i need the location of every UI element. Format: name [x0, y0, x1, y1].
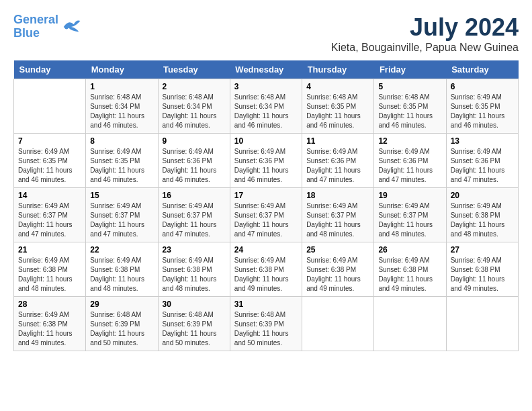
day-number: 28: [18, 300, 81, 309]
day-info: Sunrise: 6:49 AMSunset: 6:37 PMDaylight:…: [234, 201, 298, 239]
day-info: Sunrise: 6:49 AMSunset: 6:37 PMDaylight:…: [18, 201, 81, 239]
day-info: Sunrise: 6:49 AMSunset: 6:38 PMDaylight:…: [163, 256, 226, 293]
calendar-cell: 29Sunrise: 6:48 AMSunset: 6:39 PMDayligh…: [86, 297, 158, 351]
calendar-week-row: 7Sunrise: 6:49 AMSunset: 6:35 PMDaylight…: [14, 134, 519, 188]
day-info: Sunrise: 6:49 AMSunset: 6:36 PMDaylight:…: [451, 147, 514, 185]
day-number: 10: [234, 136, 298, 146]
calendar-cell: 30Sunrise: 6:48 AMSunset: 6:39 PMDayligh…: [158, 297, 230, 351]
calendar-cell: 4Sunrise: 6:48 AMSunset: 6:35 PMDaylight…: [302, 79, 374, 134]
calendar-cell: 18Sunrise: 6:49 AMSunset: 6:37 PMDayligh…: [302, 188, 374, 242]
day-number: 23: [163, 245, 226, 255]
calendar-cell: 11Sunrise: 6:49 AMSunset: 6:36 PMDayligh…: [302, 134, 374, 188]
day-info: Sunrise: 6:48 AMSunset: 6:39 PMDaylight:…: [163, 310, 226, 348]
day-number: 2: [163, 82, 226, 91]
calendar-cell: 8Sunrise: 6:49 AMSunset: 6:35 PMDaylight…: [86, 134, 158, 188]
calendar-cell: 19Sunrise: 6:49 AMSunset: 6:37 PMDayligh…: [374, 188, 446, 242]
day-number: 5: [378, 82, 441, 91]
day-number: 16: [163, 191, 226, 200]
day-number: 22: [90, 245, 153, 255]
calendar-week-row: 28Sunrise: 6:49 AMSunset: 6:38 PMDayligh…: [14, 297, 519, 351]
calendar-cell: [302, 297, 374, 351]
calendar-cell: 22Sunrise: 6:49 AMSunset: 6:38 PMDayligh…: [86, 242, 158, 297]
calendar-cell: 1Sunrise: 6:48 AMSunset: 6:34 PMDaylight…: [86, 79, 158, 134]
calendar-cell: 14Sunrise: 6:49 AMSunset: 6:37 PMDayligh…: [14, 188, 86, 242]
day-number: 6: [451, 82, 514, 91]
calendar-cell: [14, 79, 86, 134]
calendar-cell: 31Sunrise: 6:48 AMSunset: 6:39 PMDayligh…: [230, 297, 302, 351]
day-number: 20: [451, 191, 514, 200]
day-number: 18: [306, 191, 369, 200]
day-info: Sunrise: 6:48 AMSunset: 6:34 PMDaylight:…: [90, 93, 153, 130]
calendar-cell: 3Sunrise: 6:48 AMSunset: 6:34 PMDaylight…: [230, 79, 302, 134]
column-header-thursday: Thursday: [302, 60, 374, 79]
column-header-friday: Friday: [374, 60, 446, 79]
day-info: Sunrise: 6:48 AMSunset: 6:34 PMDaylight:…: [163, 93, 226, 130]
column-header-saturday: Saturday: [446, 60, 518, 79]
day-info: Sunrise: 6:49 AMSunset: 6:38 PMDaylight:…: [18, 256, 81, 293]
day-info: Sunrise: 6:49 AMSunset: 6:37 PMDaylight:…: [90, 201, 153, 239]
day-number: 11: [306, 136, 369, 146]
day-info: Sunrise: 6:49 AMSunset: 6:38 PMDaylight:…: [90, 256, 153, 293]
day-info: Sunrise: 6:49 AMSunset: 6:37 PMDaylight:…: [378, 201, 441, 239]
day-info: Sunrise: 6:49 AMSunset: 6:37 PMDaylight:…: [163, 201, 226, 239]
day-info: Sunrise: 6:49 AMSunset: 6:35 PMDaylight:…: [90, 147, 153, 185]
calendar-cell: 16Sunrise: 6:49 AMSunset: 6:37 PMDayligh…: [158, 188, 230, 242]
day-info: Sunrise: 6:49 AMSunset: 6:35 PMDaylight:…: [451, 93, 514, 130]
calendar-cell: 20Sunrise: 6:49 AMSunset: 6:38 PMDayligh…: [446, 188, 518, 242]
day-info: Sunrise: 6:49 AMSunset: 6:36 PMDaylight:…: [378, 147, 441, 185]
day-info: Sunrise: 6:48 AMSunset: 6:39 PMDaylight:…: [234, 310, 298, 348]
calendar-cell: 24Sunrise: 6:49 AMSunset: 6:38 PMDayligh…: [230, 242, 302, 297]
main-title: July 2024: [331, 13, 519, 42]
logo-text: GeneralBlue: [13, 13, 58, 40]
calendar-cell: 17Sunrise: 6:49 AMSunset: 6:37 PMDayligh…: [230, 188, 302, 242]
day-info: Sunrise: 6:49 AMSunset: 6:38 PMDaylight:…: [306, 256, 369, 293]
calendar-cell: 13Sunrise: 6:49 AMSunset: 6:36 PMDayligh…: [446, 134, 518, 188]
column-header-monday: Monday: [86, 60, 158, 79]
calendar-cell: 21Sunrise: 6:49 AMSunset: 6:38 PMDayligh…: [14, 242, 86, 297]
calendar-cell: 9Sunrise: 6:49 AMSunset: 6:36 PMDaylight…: [158, 134, 230, 188]
calendar-cell: 26Sunrise: 6:49 AMSunset: 6:38 PMDayligh…: [374, 242, 446, 297]
column-header-wednesday: Wednesday: [230, 60, 302, 79]
calendar-cell: 27Sunrise: 6:49 AMSunset: 6:38 PMDayligh…: [446, 242, 518, 297]
calendar-cell: 2Sunrise: 6:48 AMSunset: 6:34 PMDaylight…: [158, 79, 230, 134]
day-info: Sunrise: 6:48 AMSunset: 6:35 PMDaylight:…: [306, 93, 369, 130]
calendar-cell: 7Sunrise: 6:49 AMSunset: 6:35 PMDaylight…: [14, 134, 86, 188]
day-number: 26: [378, 245, 441, 255]
day-number: 29: [90, 300, 153, 309]
day-number: 30: [163, 300, 226, 309]
calendar-cell: [446, 297, 518, 351]
calendar-cell: [374, 297, 446, 351]
day-info: Sunrise: 6:49 AMSunset: 6:37 PMDaylight:…: [306, 201, 369, 239]
calendar-cell: 15Sunrise: 6:49 AMSunset: 6:37 PMDayligh…: [86, 188, 158, 242]
calendar-header-row: SundayMondayTuesdayWednesdayThursdayFrid…: [14, 60, 519, 79]
day-number: 31: [234, 300, 298, 309]
calendar-cell: 23Sunrise: 6:49 AMSunset: 6:38 PMDayligh…: [158, 242, 230, 297]
day-number: 17: [234, 191, 298, 200]
day-info: Sunrise: 6:49 AMSunset: 6:38 PMDaylight:…: [451, 256, 514, 293]
day-number: 14: [18, 191, 81, 200]
day-number: 8: [90, 136, 153, 146]
calendar-cell: 25Sunrise: 6:49 AMSunset: 6:38 PMDayligh…: [302, 242, 374, 297]
day-info: Sunrise: 6:49 AMSunset: 6:35 PMDaylight:…: [18, 147, 81, 185]
day-number: 4: [306, 82, 369, 91]
day-number: 19: [378, 191, 441, 200]
day-number: 24: [234, 245, 298, 255]
calendar-cell: 6Sunrise: 6:49 AMSunset: 6:35 PMDaylight…: [446, 79, 518, 134]
day-number: 15: [90, 191, 153, 200]
title-area: July 2024 Kieta, Bougainville, Papua New…: [331, 13, 519, 54]
column-header-tuesday: Tuesday: [158, 60, 230, 79]
day-number: 27: [451, 245, 514, 255]
day-info: Sunrise: 6:49 AMSunset: 6:38 PMDaylight:…: [18, 310, 81, 348]
subtitle: Kieta, Bougainville, Papua New Guinea: [331, 42, 519, 54]
calendar-cell: 5Sunrise: 6:48 AMSunset: 6:35 PMDaylight…: [374, 79, 446, 134]
day-info: Sunrise: 6:48 AMSunset: 6:39 PMDaylight:…: [90, 310, 153, 348]
day-info: Sunrise: 6:49 AMSunset: 6:38 PMDaylight:…: [451, 201, 514, 239]
column-header-sunday: Sunday: [14, 60, 86, 79]
day-number: 25: [306, 245, 369, 255]
calendar-table: SundayMondayTuesdayWednesdayThursdayFrid…: [13, 60, 519, 351]
day-number: 13: [451, 136, 514, 146]
day-number: 21: [18, 245, 81, 255]
page-header: GeneralBlue July 2024 Kieta, Bougainvill…: [13, 13, 519, 54]
logo-bird-icon: [61, 17, 81, 37]
calendar-cell: 12Sunrise: 6:49 AMSunset: 6:36 PMDayligh…: [374, 134, 446, 188]
